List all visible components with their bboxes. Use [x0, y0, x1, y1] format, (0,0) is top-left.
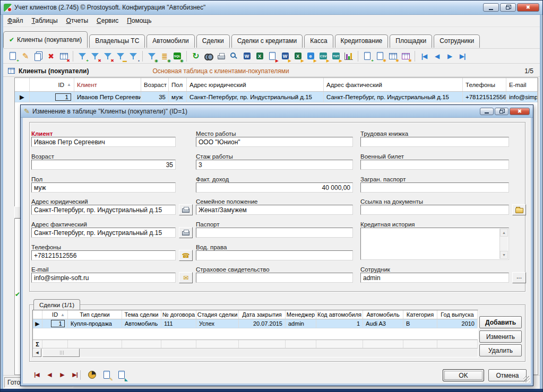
deal-column-header[interactable]: № договора [161, 310, 196, 319]
dialog-close-button[interactable]: ✖ [510, 108, 530, 115]
text-field[interactable]: +78121512556 [31, 250, 176, 260]
nav-next-button[interactable]: ▶ [443, 49, 456, 63]
print-button[interactable] [215, 49, 228, 63]
print-address-button[interactable] [179, 227, 193, 238]
delete-multiple-button[interactable]: ✖ [57, 49, 70, 63]
table-design-button[interactable]: ✱ [399, 49, 412, 63]
tab-4[interactable]: Сделки с кредитами [231, 34, 303, 48]
column-header[interactable]: Телефоны [463, 78, 506, 91]
tab-1[interactable]: Владельцы ТС [89, 34, 145, 48]
credit-history-textarea[interactable]: ▲▼ [360, 228, 509, 260]
column-header[interactable]: ID▲ [30, 78, 74, 91]
subtable-tab[interactable]: Сделки (1/1) [33, 299, 80, 310]
text-field[interactable]: admin [360, 273, 509, 283]
filter-open-button[interactable]: ▬ [114, 49, 127, 63]
edit-deal-button[interactable]: Изменить [479, 330, 522, 343]
export-web-button[interactable]: e▶ [304, 49, 317, 63]
menu-item-4[interactable]: Помощь [123, 15, 156, 26]
text-field[interactable]: 40 000,00 [196, 182, 353, 193]
export-csv-button[interactable]: CSV▶ [317, 49, 330, 63]
column-header[interactable]: Клиент [74, 78, 141, 91]
tab-2[interactable]: Автомобили [146, 34, 194, 48]
export-doc-button[interactable]: ▶ [266, 49, 279, 63]
export-txt-button[interactable]: TXT▶ [330, 49, 342, 63]
text-field[interactable]: Санкт-Петербург, пр. Индустриальный д.15 [31, 205, 176, 215]
scroll-thumb[interactable] [42, 349, 80, 357]
record-nav-next-button[interactable]: ▶ [57, 369, 67, 380]
deal-column-header[interactable]: Тема сделки [122, 310, 161, 319]
text-field[interactable]: ООО "Юнион" [196, 137, 353, 147]
text-field[interactable]: Иванов Петр Сергеевич [31, 137, 176, 147]
header-marker-cell[interactable] [33, 310, 42, 319]
scroll-left-button[interactable]: ◀ [33, 349, 41, 357]
deal-column-header[interactable]: Стадия сделки [196, 310, 239, 319]
email-button[interactable]: ✉ [179, 272, 193, 283]
menu-item-0[interactable]: Файл [3, 15, 28, 26]
filter-clear-button[interactable]: ✖ [101, 49, 114, 63]
tab-7[interactable]: Площадки [390, 34, 432, 48]
text-field[interactable]: Санкт-Петербург, пр. Индустриальный д.15 [31, 228, 176, 238]
deal-column-header[interactable]: Код автомобиля [316, 310, 363, 319]
deal-column-header[interactable]: ID▲ [42, 310, 68, 319]
deal-column-header[interactable]: Автомобиль [363, 310, 403, 319]
column-header[interactable]: Адрес юридический [187, 78, 324, 91]
form-properties-button[interactable]: ✎ [100, 368, 113, 381]
text-field[interactable] [360, 182, 509, 193]
dialog-maximize-button[interactable] [495, 108, 508, 115]
print-address-button[interactable] [179, 204, 193, 215]
tab-6[interactable]: Кредитование [335, 34, 389, 48]
menu-item-3[interactable]: Сервис [92, 15, 123, 26]
refresh-button[interactable]: ↻ [189, 49, 202, 63]
filter-add-button[interactable]: + [76, 49, 89, 63]
deal-column-header[interactable]: Дата закрытия [239, 310, 286, 319]
table-settings-button[interactable]: ✱ [386, 49, 399, 63]
filter-save-button[interactable]: ▪ [127, 49, 140, 63]
close-button[interactable]: ✖ [517, 3, 539, 12]
nav-last-button[interactable]: ▶| [456, 49, 469, 63]
record-nav-first-button[interactable]: |◀ [31, 369, 42, 380]
clients-table-row[interactable]: ▶1Иванов Петр Сергеевич35мужСанкт-Петерб… [15, 92, 538, 102]
text-field[interactable] [360, 205, 509, 215]
text-field[interactable] [360, 137, 509, 147]
record-nav-last-button[interactable]: ▶| [70, 369, 80, 380]
sql-view-button[interactable]: SQL◉ [171, 49, 184, 63]
search-button[interactable] [202, 49, 215, 63]
tab-3[interactable]: Сделки [196, 34, 230, 48]
deal-column-header[interactable]: Категория [403, 310, 437, 319]
export-excel-button[interactable]: X [253, 49, 266, 63]
tree-view-button[interactable]: ≣◉ [158, 49, 171, 63]
column-header[interactable]: E-mail [506, 78, 538, 91]
nav-first-button[interactable]: |◀ [418, 49, 430, 63]
copy-record-button[interactable] [32, 49, 45, 63]
select-field[interactable]: Женат/Замужем [196, 205, 353, 215]
pick-employee-button[interactable]: ... [512, 272, 526, 283]
export-word-button[interactable]: W [240, 49, 253, 63]
text-field[interactable] [196, 273, 353, 283]
ok-button[interactable]: OK [443, 369, 484, 381]
tab-8[interactable]: Сотрудники [434, 34, 480, 48]
deal-column-header[interactable]: Год выпуска [437, 310, 478, 319]
text-field[interactable]: info@simple-soft.ru [31, 273, 176, 283]
chart-button[interactable] [342, 49, 355, 63]
deal-column-header[interactable]: Тип сделки [68, 310, 122, 319]
calculator-button[interactable] [85, 368, 98, 381]
cancel-button[interactable]: Отмена [488, 369, 527, 381]
record-nav-prev-button[interactable]: ◀ [44, 369, 55, 380]
print-form-button[interactable]: ◣ [115, 368, 128, 381]
text-field[interactable] [196, 250, 353, 260]
export-excel-file-button[interactable]: X▶ [291, 49, 304, 63]
filter-view-button[interactable]: ◉ [145, 49, 158, 63]
select-field[interactable]: муж [31, 182, 176, 193]
column-header[interactable]: Пол [169, 78, 187, 91]
text-field[interactable]: 35 [31, 160, 176, 170]
edit-record-button[interactable]: ✎ [19, 49, 32, 63]
textarea-scrollbar[interactable]: ▲▼ [499, 229, 508, 259]
browse-folder-button[interactable] [512, 204, 526, 215]
minimize-button[interactable] [483, 3, 499, 12]
restore-button[interactable] [500, 3, 516, 12]
dialog-minimize-button[interactable] [480, 108, 494, 115]
filter-remove-button[interactable]: ✖ [89, 49, 101, 63]
text-field[interactable] [196, 228, 353, 238]
header-marker-cell[interactable] [15, 78, 30, 91]
add-record-button[interactable]: + [6, 49, 19, 63]
